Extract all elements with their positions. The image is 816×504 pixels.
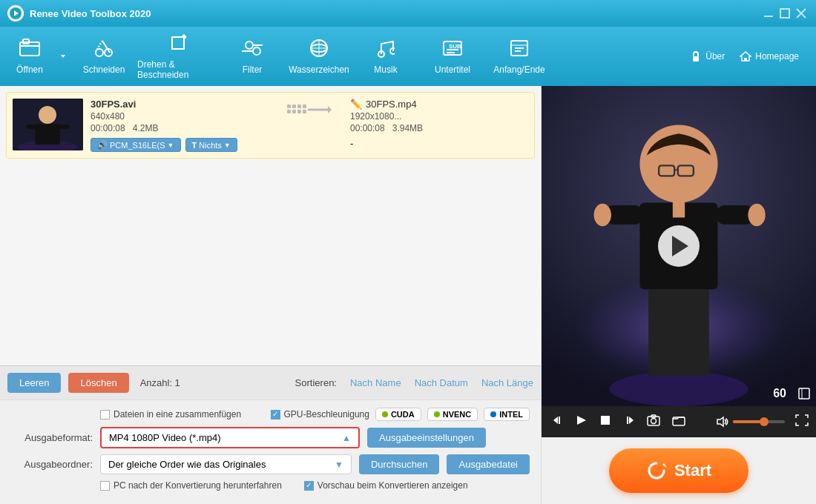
subtitle-button[interactable]: T Nichts ▼ — [185, 138, 237, 152]
uber-button[interactable]: Über — [684, 47, 731, 65]
toolbar-untertitel[interactable]: SUB Untertitel — [419, 30, 486, 83]
merge-checkbox[interactable] — [100, 410, 110, 420]
input-resolution: 640x480 — [91, 111, 269, 122]
fullscreen-button[interactable] — [795, 414, 809, 429]
start-button[interactable]: Start — [609, 448, 748, 493]
gpu-checkbox-item: GPU-Beschleunigung — [271, 409, 369, 420]
sort-date-button[interactable]: Nach Datum — [415, 377, 468, 388]
play-pause-button[interactable] — [573, 413, 590, 431]
file-output-info: ✏️ 30FPS.mp4 1920x1080... 00:00:08 3.94M… — [350, 99, 528, 149]
output-meta: 00:00:08 3.94MB — [350, 123, 528, 133]
audio-button[interactable]: 🔊 PCM_S16LE(S ▼ — [91, 138, 181, 152]
file-input-info: 30FPS.avi 640x480 00:00:08 4.2MB 🔊 PCM_S… — [91, 99, 269, 152]
settings-row-folder: Ausgabeordner: Der gleiche Order wie das… — [11, 454, 530, 474]
svg-rect-34 — [693, 56, 699, 62]
gpu-checkbox[interactable] — [271, 410, 280, 420]
svg-rect-47 — [287, 110, 291, 113]
merge-check-item: Dateien in eine zusammenfügen — [100, 409, 241, 420]
svg-rect-61 — [673, 200, 685, 217]
loschen-button[interactable]: Löschen — [68, 373, 128, 393]
toolbar-open[interactable]: Öffnen — [4, 30, 70, 83]
merge-label: Dateien in eine zusammenfügen — [113, 409, 241, 420]
sort-name-button[interactable]: Nach Name — [350, 377, 401, 388]
input-meta: 00:00:08 4.2MB — [91, 123, 269, 133]
video-controls — [542, 406, 816, 437]
output-filename: ✏️ 30FPS.mp4 — [350, 99, 528, 110]
subtitle-t-icon: T — [192, 141, 197, 150]
svg-rect-70 — [559, 417, 560, 424]
svg-rect-36 — [744, 58, 747, 61]
file-item[interactable]: 30FPS.avi 640x480 00:00:08 4.2MB 🔊 PCM_S… — [6, 92, 535, 159]
svg-marker-79 — [717, 417, 723, 426]
toolbar-schneiden[interactable]: Schneiden — [70, 30, 137, 83]
ausgabe-button[interactable]: Ausgabeeinstellungen — [367, 428, 486, 448]
untertitel-icon: SUB — [441, 38, 464, 62]
shutdown-checkbox[interactable] — [100, 481, 110, 491]
musik-icon — [377, 38, 395, 62]
open-button[interactable]: Öffnen — [4, 30, 56, 83]
toolbar-drehen[interactable]: Drehen & Beschneiden — [137, 30, 219, 83]
svg-rect-3 — [780, 9, 789, 18]
nvenc-badge[interactable]: NVENC — [427, 408, 478, 421]
durchsuchen-button[interactable]: Durchsuchen — [359, 454, 440, 474]
maximize-icon[interactable] — [777, 6, 792, 21]
leeren-button[interactable]: Leeren — [7, 373, 61, 393]
toolbar-anfang[interactable]: Anfang/Ende — [486, 30, 553, 83]
format-value: MP4 1080P Video (*.mp4) — [109, 432, 221, 443]
svg-marker-71 — [577, 416, 586, 425]
volume-bar[interactable] — [733, 420, 785, 423]
toolbar-wasserzeichen[interactable]: Wasserzeichen — [286, 30, 352, 83]
svg-line-13 — [95, 41, 102, 53]
svg-rect-46 — [303, 105, 306, 108]
app-title: Renee Video Toolbox 2020 — [30, 8, 761, 19]
svg-rect-67 — [799, 388, 809, 399]
svg-rect-66 — [648, 289, 709, 376]
folder-button[interactable] — [669, 413, 688, 431]
sort-length-button[interactable]: Nach Länge — [481, 377, 533, 388]
screenshot-button[interactable] — [644, 413, 663, 431]
untertitel-label: Untertitel — [435, 64, 470, 75]
minimize-icon[interactable] — [761, 6, 776, 21]
ausgabedatei-button[interactable]: Ausgabedatei — [447, 454, 530, 474]
schneiden-icon — [93, 38, 114, 62]
folder-select[interactable]: Der gleiche Order wie das Originales ▼ — [100, 454, 352, 474]
intel-dot — [490, 411, 496, 417]
open-icon — [19, 38, 41, 62]
video-background: 60 — [542, 86, 816, 406]
svg-rect-45 — [297, 105, 301, 108]
stop-button[interactable] — [596, 413, 614, 431]
file-list: 30FPS.avi 640x480 00:00:08 4.2MB 🔊 PCM_S… — [0, 86, 541, 365]
home-icon — [740, 50, 751, 62]
cuda-badge[interactable]: CUDA — [375, 408, 421, 421]
play-button[interactable] — [658, 225, 700, 267]
close-icon[interactable] — [794, 6, 809, 21]
video-expand-icon[interactable] — [798, 388, 810, 402]
arrow-icon — [287, 99, 332, 121]
volume-knob[interactable] — [760, 417, 769, 426]
homepage-button[interactable]: Homepage — [734, 47, 805, 65]
intel-badge[interactable]: INTEL — [484, 408, 530, 421]
input-filename: 30FPS.avi — [91, 99, 269, 110]
svg-rect-48 — [292, 110, 296, 113]
app-icon — [7, 5, 24, 21]
next-button[interactable] — [620, 413, 638, 431]
svg-text:SUB: SUB — [449, 43, 461, 50]
svg-point-10 — [96, 49, 103, 56]
shutdown-check-item: PC nach der Konvertierung herunterfahren — [100, 480, 282, 491]
wasserzeichen-label: Wasserzeichen — [289, 64, 349, 75]
prev-button[interactable] — [549, 413, 567, 431]
start-section: Start — [542, 437, 816, 504]
svg-rect-44 — [292, 105, 296, 108]
open-dropdown-arrow[interactable] — [56, 30, 70, 83]
format-label: Ausgabeformat: — [11, 432, 93, 443]
preview-checkbox[interactable] — [304, 481, 314, 491]
format-select[interactable]: MP4 1080P Video (*.mp4) ▲ — [100, 427, 360, 448]
toolbar-musik[interactable]: Musik — [352, 30, 419, 83]
svg-point-64 — [594, 204, 611, 226]
svg-point-39 — [39, 106, 56, 124]
gpu-label: GPU-Beschleunigung — [284, 409, 369, 420]
folder-dropdown-arrow: ▼ — [335, 460, 343, 470]
nvenc-dot — [434, 411, 440, 417]
toolbar-filter[interactable]: Filter — [219, 30, 286, 83]
start-label: Start — [674, 461, 711, 480]
